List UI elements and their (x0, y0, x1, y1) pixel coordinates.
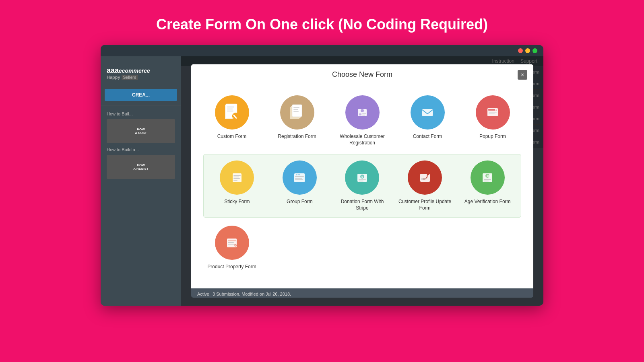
svg-rect-50 (421, 178, 427, 179)
sidebar-hw1-label: How to Buil... (101, 109, 181, 117)
form-item-registration[interactable]: Registration Form (268, 95, 326, 146)
svg-text:$: $ (361, 175, 363, 179)
modal-body: Custom Form Registration Form (191, 85, 533, 288)
form-grid-row3: Product Property Form (203, 226, 521, 270)
form-item-age-verification[interactable]: 18+ Age Verification Form (460, 160, 515, 211)
product-property-form-icon (215, 226, 249, 260)
svg-rect-27 (489, 113, 495, 114)
registration-form-icon (280, 95, 314, 130)
form-item-group[interactable]: Group Form (272, 160, 327, 211)
sidebar-thumbnail-2: HOW A REGIST (107, 155, 175, 179)
donation-form-label: Donation Form With Stripe (335, 199, 390, 211)
popup-form-icon (476, 95, 510, 130)
browser-content: aaaecommerce Happy Sellers CREA... How t… (101, 56, 543, 306)
registration-form-label: Registration Form (278, 134, 316, 140)
logo-commerce: ecommerce (119, 68, 150, 74)
svg-point-25 (495, 109, 497, 111)
sticky-form-label: Sticky Form (224, 199, 250, 205)
modal-bottom-bar: Active 3 Submission. Modified on Jul 26,… (191, 288, 533, 298)
svg-rect-57 (484, 181, 489, 181)
dot-green (533, 48, 537, 53)
svg-rect-26 (489, 112, 497, 113)
modal-close-button[interactable]: × (518, 70, 527, 80)
page-title: Create Form On One click (No Coding Requ… (156, 16, 488, 33)
svg-rect-56 (484, 179, 491, 180)
modal-header: Choose New Form × (191, 64, 533, 85)
modal-overlay: Choose New Form × Custom Fo (181, 56, 543, 306)
form-item-customer-profile[interactable]: Customer Profile Update Form (398, 160, 452, 211)
logo-tagline: Happy Sellers (107, 75, 175, 80)
product-property-form-label: Product Property Form (207, 264, 256, 270)
browser-window: aaaecommerce Happy Sellers CREA... How t… (101, 45, 543, 306)
svg-rect-40 (295, 179, 303, 180)
svg-rect-3 (227, 109, 233, 109)
sticky-form-icon (220, 160, 254, 195)
wholesale-form-icon (345, 95, 380, 130)
svg-rect-18 (362, 113, 366, 114)
form-grid-row1: Custom Form Registration Form (203, 95, 521, 146)
logo-badge: Sellers (122, 75, 138, 80)
dot-yellow (525, 48, 530, 53)
svg-rect-51 (421, 179, 425, 180)
form-item-popup[interactable]: Popup Form (464, 95, 521, 146)
browser-dots (518, 48, 537, 53)
main-area: Instruction Support Duplicate Form Dupli… (181, 56, 543, 306)
sidebar-hw2-label: How to Build a... (101, 145, 181, 153)
svg-rect-46 (359, 181, 363, 181)
svg-text:18+: 18+ (487, 175, 491, 177)
svg-rect-45 (359, 179, 366, 180)
svg-rect-39 (295, 178, 302, 179)
form-item-contact[interactable]: Contact Form (399, 95, 456, 146)
form-item-custom[interactable]: Custom Form (203, 95, 260, 146)
svg-rect-17 (359, 113, 361, 115)
svg-point-16 (361, 109, 364, 112)
wholesale-form-label: Wholesale Customer Registration (334, 134, 391, 146)
svg-rect-31 (233, 177, 239, 177)
svg-rect-10 (292, 105, 302, 117)
svg-rect-61 (228, 242, 234, 243)
svg-rect-13 (293, 111, 299, 112)
sidebar-create-btn[interactable]: CREA... (105, 89, 177, 101)
svg-rect-12 (293, 109, 298, 110)
svg-rect-11 (293, 107, 299, 108)
svg-rect-29 (233, 173, 242, 182)
customer-profile-form-label: Customer Profile Update Form (398, 199, 452, 211)
submission-info: 3 Submission. Modified on Jul 26, 2018. (213, 292, 291, 296)
svg-rect-19 (362, 115, 365, 115)
group-form-label: Group Form (287, 199, 313, 205)
svg-rect-38 (295, 176, 304, 177)
form-grid-row2: Sticky Form Group Form (203, 154, 521, 218)
form-item-product-property[interactable]: Product Property Form (203, 226, 260, 270)
browser-titlebar (101, 45, 543, 56)
contact-form-label: Contact Form (413, 134, 442, 140)
modal-title: Choose New Form (332, 70, 392, 79)
popup-form-label: Popup Form (479, 134, 506, 140)
contact-form-icon (411, 95, 445, 130)
sidebar-logo: aaaecommerce Happy Sellers (101, 62, 181, 86)
svg-rect-60 (228, 240, 236, 241)
form-item-donation[interactable]: $ Donation Form With Stripe (335, 160, 390, 211)
svg-point-5 (232, 113, 240, 121)
custom-form-icon (215, 95, 249, 130)
modal-dialog: Choose New Form × Custom Fo (191, 64, 533, 298)
age-verification-form-label: Age Verification Form (464, 199, 511, 205)
svg-rect-62 (228, 244, 235, 245)
sidebar-thumbnail-1: HOW A CUST (107, 119, 175, 143)
svg-rect-21 (422, 109, 433, 116)
svg-rect-30 (233, 175, 241, 176)
svg-rect-33 (233, 180, 237, 181)
form-item-wholesale[interactable]: Wholesale Customer Registration (334, 95, 391, 146)
svg-rect-32 (233, 178, 240, 179)
status-badge: Active (197, 292, 209, 296)
form-item-sticky[interactable]: Sticky Form (210, 160, 264, 211)
age-verification-form-icon: 18+ (471, 160, 505, 195)
svg-rect-2 (227, 107, 234, 107)
customer-profile-form-icon (408, 160, 442, 195)
logo-aaa: aaa (107, 66, 119, 74)
custom-form-label: Custom Form (217, 134, 247, 140)
dot-red (518, 48, 523, 53)
svg-rect-4 (227, 111, 233, 111)
svg-point-36 (296, 174, 297, 175)
donation-form-icon: $ (345, 160, 379, 195)
sidebar: aaaecommerce Happy Sellers CREA... How t… (101, 56, 181, 306)
